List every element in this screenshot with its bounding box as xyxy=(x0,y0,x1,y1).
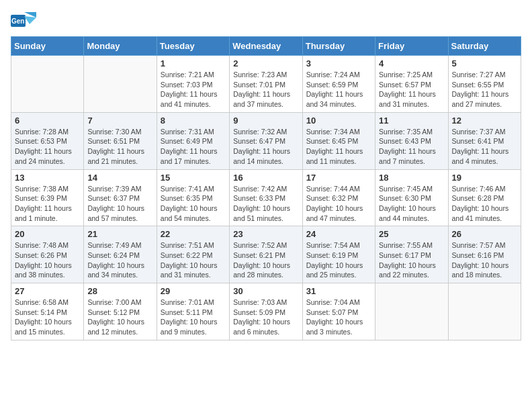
day-info: Sunrise: 7:32 AM Sunset: 6:47 PM Dayligh… xyxy=(233,127,298,167)
calendar-cell: 9Sunrise: 7:32 AM Sunset: 6:47 PM Daylig… xyxy=(230,112,302,169)
day-number: 2 xyxy=(233,58,298,68)
day-number: 4 xyxy=(379,58,444,68)
calendar-cell: 31Sunrise: 7:04 AM Sunset: 5:07 PM Dayli… xyxy=(302,283,375,340)
day-info: Sunrise: 6:58 AM Sunset: 5:14 PM Dayligh… xyxy=(15,298,80,337)
day-info: Sunrise: 7:45 AM Sunset: 6:30 PM Dayligh… xyxy=(379,184,444,224)
day-info: Sunrise: 7:25 AM Sunset: 6:57 PM Dayligh… xyxy=(379,70,444,109)
calendar-cell: 19Sunrise: 7:46 AM Sunset: 6:28 PM Dayli… xyxy=(448,169,521,226)
day-info: Sunrise: 7:55 AM Sunset: 6:17 PM Dayligh… xyxy=(379,240,444,280)
day-number: 6 xyxy=(15,116,80,126)
day-info: Sunrise: 7:38 AM Sunset: 6:39 PM Dayligh… xyxy=(15,184,80,224)
day-info: Sunrise: 7:37 AM Sunset: 6:41 PM Dayligh… xyxy=(452,127,517,167)
day-number: 12 xyxy=(452,116,517,126)
day-number: 26 xyxy=(452,229,517,239)
calendar-week-row: 6Sunrise: 7:28 AM Sunset: 6:53 PM Daylig… xyxy=(11,112,521,169)
calendar-cell: 24Sunrise: 7:54 AM Sunset: 6:19 PM Dayli… xyxy=(302,226,375,283)
calendar-cell xyxy=(84,56,157,113)
day-info: Sunrise: 7:51 AM Sunset: 6:22 PM Dayligh… xyxy=(161,240,226,280)
day-info: Sunrise: 7:34 AM Sunset: 6:45 PM Dayligh… xyxy=(306,127,371,167)
calendar-cell: 27Sunrise: 6:58 AM Sunset: 5:14 PM Dayli… xyxy=(11,283,84,340)
day-info: Sunrise: 7:44 AM Sunset: 6:32 PM Dayligh… xyxy=(306,184,371,224)
day-number: 31 xyxy=(306,286,371,296)
day-info: Sunrise: 7:28 AM Sunset: 6:53 PM Dayligh… xyxy=(15,127,80,167)
day-number: 8 xyxy=(161,116,226,126)
logo: Gen xyxy=(11,11,38,31)
day-number: 25 xyxy=(379,229,444,239)
calendar-cell: 29Sunrise: 7:01 AM Sunset: 5:11 PM Dayli… xyxy=(157,283,229,340)
day-info: Sunrise: 7:00 AM Sunset: 5:12 PM Dayligh… xyxy=(87,298,152,337)
calendar-week-row: 20Sunrise: 7:48 AM Sunset: 6:26 PM Dayli… xyxy=(11,226,521,283)
calendar-cell: 12Sunrise: 7:37 AM Sunset: 6:41 PM Dayli… xyxy=(448,112,521,169)
day-info: Sunrise: 7:35 AM Sunset: 6:43 PM Dayligh… xyxy=(379,127,444,167)
calendar-cell: 18Sunrise: 7:45 AM Sunset: 6:30 PM Dayli… xyxy=(375,169,448,226)
day-info: Sunrise: 7:48 AM Sunset: 6:26 PM Dayligh… xyxy=(15,240,80,280)
calendar-cell: 8Sunrise: 7:31 AM Sunset: 6:49 PM Daylig… xyxy=(157,112,229,169)
day-number: 9 xyxy=(233,116,298,126)
weekday-header-sunday: Sunday xyxy=(11,37,84,56)
day-number: 3 xyxy=(306,58,371,68)
calendar-cell: 7Sunrise: 7:30 AM Sunset: 6:51 PM Daylig… xyxy=(84,112,157,169)
day-info: Sunrise: 7:01 AM Sunset: 5:11 PM Dayligh… xyxy=(161,298,226,337)
day-info: Sunrise: 7:27 AM Sunset: 6:55 PM Dayligh… xyxy=(452,70,517,109)
calendar-cell: 14Sunrise: 7:39 AM Sunset: 6:37 PM Dayli… xyxy=(84,169,157,226)
page-header: Gen xyxy=(11,11,521,31)
calendar-cell: 4Sunrise: 7:25 AM Sunset: 6:57 PM Daylig… xyxy=(375,56,448,113)
calendar-cell xyxy=(448,283,521,340)
day-info: Sunrise: 7:24 AM Sunset: 6:59 PM Dayligh… xyxy=(306,70,371,109)
calendar-cell: 1Sunrise: 7:21 AM Sunset: 7:03 PM Daylig… xyxy=(157,56,229,113)
day-number: 28 xyxy=(87,286,152,296)
weekday-header-monday: Monday xyxy=(84,37,157,56)
calendar-cell: 11Sunrise: 7:35 AM Sunset: 6:43 PM Dayli… xyxy=(375,112,448,169)
day-info: Sunrise: 7:04 AM Sunset: 5:07 PM Dayligh… xyxy=(306,298,371,337)
day-info: Sunrise: 7:31 AM Sunset: 6:49 PM Dayligh… xyxy=(161,127,226,167)
logo-icon: Gen xyxy=(11,11,36,31)
day-info: Sunrise: 7:39 AM Sunset: 6:37 PM Dayligh… xyxy=(87,184,152,224)
weekday-header-thursday: Thursday xyxy=(302,37,375,56)
day-number: 5 xyxy=(452,58,517,68)
weekday-header-friday: Friday xyxy=(375,37,448,56)
calendar-cell: 28Sunrise: 7:00 AM Sunset: 5:12 PM Dayli… xyxy=(84,283,157,340)
calendar-cell: 22Sunrise: 7:51 AM Sunset: 6:22 PM Dayli… xyxy=(157,226,229,283)
day-number: 20 xyxy=(15,229,80,239)
day-info: Sunrise: 7:46 AM Sunset: 6:28 PM Dayligh… xyxy=(452,184,517,224)
day-number: 18 xyxy=(379,173,444,183)
day-info: Sunrise: 7:54 AM Sunset: 6:19 PM Dayligh… xyxy=(306,240,371,280)
day-number: 7 xyxy=(87,116,152,126)
calendar-header-row: SundayMondayTuesdayWednesdayThursdayFrid… xyxy=(11,37,521,56)
day-number: 11 xyxy=(379,116,444,126)
calendar-cell: 2Sunrise: 7:23 AM Sunset: 7:01 PM Daylig… xyxy=(230,56,302,113)
calendar-table: SundayMondayTuesdayWednesdayThursdayFrid… xyxy=(11,36,521,340)
calendar-cell: 5Sunrise: 7:27 AM Sunset: 6:55 PM Daylig… xyxy=(448,56,521,113)
calendar-week-row: 27Sunrise: 6:58 AM Sunset: 5:14 PM Dayli… xyxy=(11,283,521,340)
calendar-cell: 3Sunrise: 7:24 AM Sunset: 6:59 PM Daylig… xyxy=(302,56,375,113)
day-number: 24 xyxy=(306,229,371,239)
day-info: Sunrise: 7:21 AM Sunset: 7:03 PM Dayligh… xyxy=(161,70,226,109)
day-info: Sunrise: 7:23 AM Sunset: 7:01 PM Dayligh… xyxy=(233,70,298,109)
day-number: 21 xyxy=(87,229,152,239)
day-number: 19 xyxy=(452,173,517,183)
day-number: 22 xyxy=(161,229,226,239)
day-info: Sunrise: 7:30 AM Sunset: 6:51 PM Dayligh… xyxy=(87,127,152,167)
day-number: 14 xyxy=(87,173,152,183)
calendar-cell: 16Sunrise: 7:42 AM Sunset: 6:33 PM Dayli… xyxy=(230,169,302,226)
weekday-header-tuesday: Tuesday xyxy=(157,37,229,56)
day-info: Sunrise: 7:52 AM Sunset: 6:21 PM Dayligh… xyxy=(233,240,298,280)
calendar-cell: 25Sunrise: 7:55 AM Sunset: 6:17 PM Dayli… xyxy=(375,226,448,283)
day-number: 1 xyxy=(161,58,226,68)
day-number: 23 xyxy=(233,229,298,239)
calendar-cell: 6Sunrise: 7:28 AM Sunset: 6:53 PM Daylig… xyxy=(11,112,84,169)
day-number: 29 xyxy=(161,286,226,296)
calendar-cell: 13Sunrise: 7:38 AM Sunset: 6:39 PM Dayli… xyxy=(11,169,84,226)
svg-marker-3 xyxy=(24,16,36,24)
calendar-week-row: 1Sunrise: 7:21 AM Sunset: 7:03 PM Daylig… xyxy=(11,56,521,113)
calendar-cell: 10Sunrise: 7:34 AM Sunset: 6:45 PM Dayli… xyxy=(302,112,375,169)
day-number: 17 xyxy=(306,173,371,183)
calendar-cell: 21Sunrise: 7:49 AM Sunset: 6:24 PM Dayli… xyxy=(84,226,157,283)
weekday-header-wednesday: Wednesday xyxy=(230,37,302,56)
calendar-cell: 20Sunrise: 7:48 AM Sunset: 6:26 PM Dayli… xyxy=(11,226,84,283)
day-number: 15 xyxy=(161,173,226,183)
day-info: Sunrise: 7:41 AM Sunset: 6:35 PM Dayligh… xyxy=(161,184,226,224)
day-info: Sunrise: 7:03 AM Sunset: 5:09 PM Dayligh… xyxy=(233,298,298,337)
calendar-cell: 15Sunrise: 7:41 AM Sunset: 6:35 PM Dayli… xyxy=(157,169,229,226)
weekday-header-saturday: Saturday xyxy=(448,37,521,56)
